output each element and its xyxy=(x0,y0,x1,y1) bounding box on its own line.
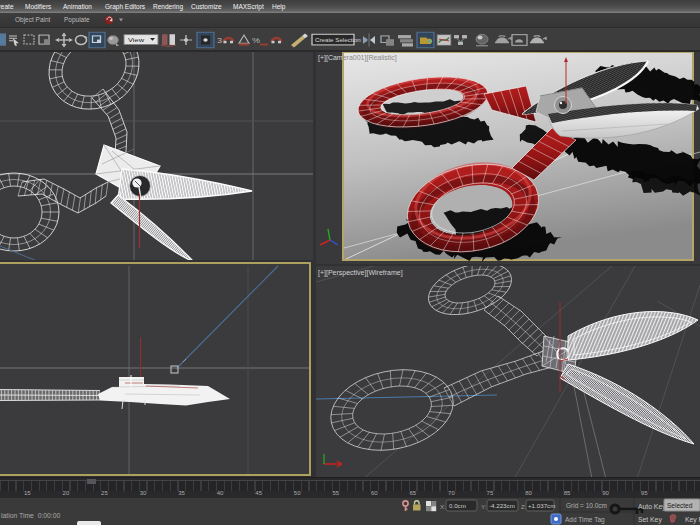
svg-text:Auto Key: Auto Key xyxy=(638,503,666,511)
svg-text:0.0cm: 0.0cm xyxy=(449,502,466,509)
svg-text:-4.223cm: -4.223cm xyxy=(489,502,515,509)
svg-text:[+][Perspective][Wireframe]: [+][Perspective][Wireframe] xyxy=(318,269,403,277)
svg-text:Y:: Y: xyxy=(481,503,487,510)
svg-text:Key F: Key F xyxy=(685,516,700,524)
svg-text:X:: X: xyxy=(440,503,446,510)
svg-text:3: 3 xyxy=(217,37,222,45)
svg-text:View: View xyxy=(128,37,144,43)
svg-text:%: % xyxy=(252,37,261,45)
svg-text:[+][Camera001][Realistic]: [+][Camera001][Realistic] xyxy=(318,54,397,62)
svg-text:Grid = 10.0cm: Grid = 10.0cm xyxy=(566,502,607,509)
svg-text:Set Key: Set Key xyxy=(638,516,662,524)
svg-text:Add Time Tag: Add Time Tag xyxy=(565,516,605,524)
svg-text:Create Selection S: Create Selection S xyxy=(315,37,367,42)
svg-text:+1.037cm: +1.037cm xyxy=(528,502,555,509)
svg-text:Selected: Selected xyxy=(667,502,693,509)
